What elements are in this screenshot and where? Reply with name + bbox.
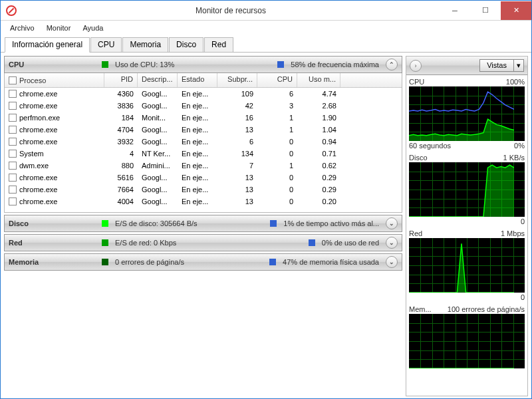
chart-name: Disco — [409, 154, 428, 162]
net-io-icon — [102, 239, 108, 246]
row-checkbox[interactable] — [9, 150, 17, 158]
row-checkbox[interactable] — [9, 90, 17, 98]
disk-panel-header[interactable]: Disco E/S de disco: 305664 B/s 1% de tie… — [4, 215, 402, 232]
row-checkbox[interactable] — [9, 174, 17, 182]
window-title: Monitor de recursos — [22, 6, 440, 15]
cpu-panel-header[interactable]: CPU Uso de CPU: 13% 58% de frecuencia má… — [4, 56, 402, 73]
chart-canvas — [409, 162, 525, 217]
maximize-button[interactable]: ☐ — [470, 1, 501, 20]
header-checkbox[interactable] — [9, 76, 17, 84]
charts-sidebar: › Vistas ▾ CPU100%60 segundos0%Disco1 KB… — [406, 56, 528, 396]
svg-marker-2 — [409, 243, 514, 293]
table-row[interactable]: chrome.exe4704Googl...En eje...1311.04 — [5, 124, 402, 136]
row-checkbox[interactable] — [9, 198, 17, 205]
close-button[interactable]: ✕ — [501, 1, 531, 20]
chart-mem: Mem...100 errores de página/s — [409, 305, 525, 369]
charts-area[interactable]: CPU100%60 segundos0%Disco1 KB/s0Red1 Mbp… — [406, 75, 527, 396]
dropdown-icon[interactable]: ▾ — [513, 60, 523, 71]
svg-marker-1 — [409, 165, 514, 217]
cpu-freq-icon — [277, 61, 284, 68]
net-panel-header[interactable]: Red E/S de red: 0 Kbps 0% de uso de red … — [4, 234, 402, 251]
tab-disk[interactable]: Disco — [169, 37, 203, 53]
col-desc[interactable]: Descrip... — [138, 73, 178, 87]
cpu-freq-stat: 58% de frecuencia máxima — [291, 61, 379, 68]
mem-fault-icon — [102, 259, 108, 265]
col-cpu[interactable]: CPU — [257, 73, 297, 87]
col-process[interactable]: Proceso — [19, 76, 46, 84]
collapse-icon[interactable]: ⌃ — [386, 59, 398, 70]
row-checkbox[interactable] — [9, 138, 17, 146]
tab-cpu[interactable]: CPU — [90, 37, 122, 53]
mem-panel-name: Memoria — [9, 258, 95, 266]
table-row[interactable]: chrome.exe5616Googl...En eje...1300.29 — [5, 172, 402, 184]
col-status[interactable]: Estado — [178, 73, 217, 87]
expand-icon[interactable]: ⌄ — [386, 237, 398, 249]
chart-scale: 1 Mbps — [501, 229, 525, 237]
table-row[interactable]: dwm.exe880Admini...En eje...710.62 — [5, 160, 402, 172]
chart-xleft: 60 segundos — [409, 142, 451, 150]
chart-name: CPU — [409, 78, 424, 86]
disk-active-stat: 1% de tiempo activo más al... — [283, 219, 379, 227]
chevron-right-icon[interactable]: › — [410, 60, 422, 72]
table-row[interactable]: chrome.exe7664Googl...En eje...1300.29 — [5, 184, 402, 196]
table-row[interactable]: perfmon.exe184Monit...En eje...1611.90 — [5, 112, 402, 124]
table-row[interactable]: chrome.exe4004Googl...En eje...1300.20 — [5, 196, 402, 207]
menu-ayuda[interactable]: Ayuda — [77, 23, 108, 33]
table-row[interactable]: chrome.exe4360Googl...En eje...10964.74 — [5, 88, 402, 100]
net-io-stat: E/S de red: 0 Kbps — [115, 239, 176, 247]
row-checkbox[interactable] — [9, 162, 17, 170]
menu-monitor[interactable]: Monitor — [41, 23, 76, 33]
titlebar[interactable]: Monitor de recursos ─ ☐ ✕ — [1, 1, 531, 21]
net-usage-stat: 0% de uso de red — [322, 239, 379, 247]
table-body[interactable]: chrome.exe4360Googl...En eje...10964.74 … — [5, 88, 402, 213]
mem-panel-header[interactable]: Memoria 0 errores de página/s 47% de mem… — [4, 253, 402, 271]
chart-canvas — [409, 314, 525, 368]
chart-xright: 0 — [521, 217, 525, 225]
chart-scale: 1 KB/s — [503, 154, 525, 162]
minimize-button[interactable]: ─ — [440, 1, 470, 20]
disk-io-icon — [102, 220, 108, 227]
vistas-label: Vistas — [480, 60, 513, 71]
table-row[interactable]: System4NT Ker...En eje...13400.71 — [5, 148, 402, 160]
disk-panel-name: Disco — [9, 219, 95, 227]
menu-archivo[interactable]: Archivo — [5, 23, 40, 33]
cpu-usage-stat: Uso de CPU: 13% — [115, 61, 174, 68]
tab-network[interactable]: Red — [204, 37, 233, 53]
tab-memory[interactable]: Memoria — [122, 37, 168, 53]
app-icon — [6, 5, 17, 16]
net-panel-name: Red — [9, 239, 95, 247]
vistas-button[interactable]: Vistas ▾ — [479, 59, 524, 72]
tabs: Información general CPU Memoria Disco Re… — [1, 37, 531, 53]
col-pid[interactable]: PID — [104, 73, 138, 87]
mem-usage-icon — [269, 259, 276, 265]
cpu-panel-name: CPU — [9, 61, 95, 68]
row-checkbox[interactable] — [9, 126, 17, 134]
chart-scale: 100 errores de página/s — [448, 305, 525, 313]
table-header: Proceso PID Descrip... Estado Subpr... C… — [5, 73, 402, 88]
cpu-usage-icon — [102, 61, 108, 68]
col-threads[interactable]: Subpr... — [217, 73, 257, 87]
row-checkbox[interactable] — [9, 102, 17, 110]
chart-xright: 0 — [521, 293, 525, 301]
chart-canvas — [409, 238, 525, 293]
process-table: Proceso PID Descrip... Estado Subpr... C… — [4, 73, 402, 213]
chart-net: Red1 Mbps0 — [409, 229, 525, 301]
chart-scale: 100% — [506, 78, 525, 86]
net-usage-icon — [309, 239, 315, 246]
row-checkbox[interactable] — [9, 114, 17, 122]
menubar: Archivo Monitor Ayuda — [1, 21, 531, 35]
col-usage[interactable]: Uso m... — [297, 73, 340, 87]
disk-io-stat: E/S de disco: 305664 B/s — [115, 219, 198, 227]
chart-name: Mem... — [409, 305, 432, 313]
disk-active-icon — [270, 220, 277, 227]
chart-disk: Disco1 KB/s0 — [409, 154, 525, 225]
chart-xright: 0% — [514, 142, 525, 150]
table-row[interactable]: chrome.exe3932Googl...En eje...600.94 — [5, 136, 402, 148]
expand-icon[interactable]: ⌄ — [386, 256, 398, 268]
mem-fault-stat: 0 errores de página/s — [115, 258, 184, 266]
expand-icon[interactable]: ⌄ — [386, 217, 398, 229]
chart-canvas — [409, 86, 525, 141]
tab-overview[interactable]: Información general — [5, 37, 90, 53]
row-checkbox[interactable] — [9, 186, 17, 194]
table-row[interactable]: chrome.exe3836Googl...En eje...4232.68 — [5, 100, 402, 112]
